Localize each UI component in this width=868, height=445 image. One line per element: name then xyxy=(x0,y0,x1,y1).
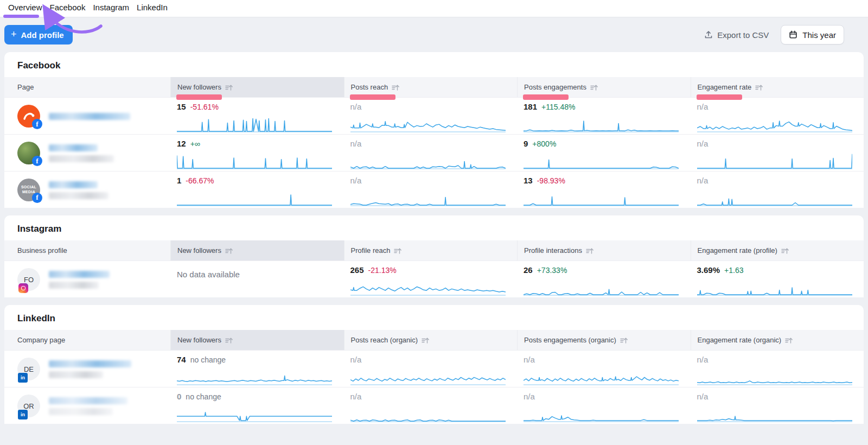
sparkline-chart xyxy=(524,277,679,296)
column-header-engagement-rate-profile-[interactable]: Engagement rate (profile) xyxy=(691,240,864,260)
export-csv-button[interactable]: Export to CSV xyxy=(704,30,769,40)
metric-value-line: n/a xyxy=(697,355,856,366)
metric-cell: 3.69%+1.63 xyxy=(691,261,864,298)
facebook-badge-icon: f xyxy=(32,193,42,203)
metric-value-line: n/a xyxy=(697,139,856,150)
column-header-profile-interactions[interactable]: Profile interactions xyxy=(517,240,691,260)
table-row: f15-51.61%n/a181+115.48%n/a xyxy=(4,97,864,134)
annotation-highlight-bar xyxy=(697,94,742,100)
column-header-engagement-rate[interactable]: Engagement rate xyxy=(691,77,864,97)
column-header-label: New followers xyxy=(177,336,221,344)
linkedin-badge-icon: in xyxy=(18,410,28,419)
metric-cell: 181+115.48% xyxy=(517,98,691,135)
column-header-label: Profile interactions xyxy=(524,246,582,255)
sort-icon xyxy=(586,247,593,255)
column-header-entity: Business profile xyxy=(4,240,170,260)
metric-value-line: n/a xyxy=(350,139,509,150)
section-instagram: InstagramBusiness profileNew followersPr… xyxy=(4,215,864,297)
profile-cell[interactable]: FO xyxy=(4,261,170,298)
metric-change: -51.61% xyxy=(190,103,219,111)
tab-instagram[interactable]: Instagram xyxy=(89,0,133,17)
sparkline-chart xyxy=(350,367,506,385)
column-header-new-followers[interactable]: New followers xyxy=(170,240,344,260)
column-header-engagement-rate-organic-[interactable]: Engagement rate (organic) xyxy=(691,330,864,350)
section-title-linkedin: LinkedIn xyxy=(4,305,864,330)
section-facebook: FacebookPageNew followersPosts reachPost… xyxy=(4,52,864,208)
metric-cell: n/a xyxy=(691,135,864,171)
metric-cell: n/a xyxy=(344,351,518,387)
metric-change: no change xyxy=(186,392,221,401)
avatar-text: FO xyxy=(24,276,34,284)
metric-value: 12 xyxy=(177,139,186,148)
profile-cell[interactable]: f xyxy=(4,135,170,171)
metric-value: 26 xyxy=(524,265,533,275)
tab-linkedin[interactable]: LinkedIn xyxy=(133,0,171,17)
sparkline-chart xyxy=(350,404,506,422)
profile-name-redacted xyxy=(49,397,127,415)
sparkline-chart xyxy=(524,151,679,169)
table-header-facebook: PageNew followersPosts reachPosts engage… xyxy=(4,77,864,97)
metric-cell: 265-21.13% xyxy=(344,261,518,298)
facebook-badge-icon: f xyxy=(32,119,42,129)
sparkline-chart xyxy=(350,151,506,169)
column-header-label: Posts engagements xyxy=(524,83,586,91)
metric-value-line: 12+∞ xyxy=(177,139,335,150)
name-blur-line xyxy=(49,155,114,162)
name-blur-line xyxy=(49,113,130,120)
metric-change: +115.48% xyxy=(541,103,575,111)
column-header-posts-engagements[interactable]: Posts engagements xyxy=(517,77,691,97)
name-blur-line xyxy=(49,371,103,378)
column-header-label: New followers xyxy=(177,246,221,255)
metric-value-line: n/a xyxy=(697,392,856,403)
table-row: SOCIALMEDIAf1-66.67%n/a13-98.93%n/a xyxy=(4,171,864,208)
metric-value: 13 xyxy=(524,176,533,185)
period-selector-button[interactable]: This year xyxy=(781,25,844,44)
metric-change: +800% xyxy=(532,139,556,148)
metric-cell: 15-51.61% xyxy=(170,98,344,135)
profile-cell[interactable]: ORin xyxy=(4,387,170,424)
column-header-new-followers[interactable]: New followers xyxy=(170,77,344,97)
name-blur-line xyxy=(49,397,127,404)
metric-value-line: 74no change xyxy=(177,355,335,366)
column-header-posts-reach[interactable]: Posts reach xyxy=(344,77,518,97)
profile-cell[interactable]: SOCIALMEDIAf xyxy=(4,171,170,208)
sparkline-chart xyxy=(697,367,852,385)
metric-cell: n/a xyxy=(691,98,864,135)
avatar-text: OR xyxy=(23,402,34,410)
metric-value-na: n/a xyxy=(697,392,709,401)
metric-cell: n/a xyxy=(691,171,864,208)
metric-cell: 0no change xyxy=(170,387,344,424)
sort-icon xyxy=(755,84,763,91)
column-header-label: Engagement rate (profile) xyxy=(698,246,777,255)
metric-value: 0 xyxy=(177,392,181,401)
sparkline-chart xyxy=(697,404,852,422)
metric-value: 181 xyxy=(524,102,537,111)
metric-value-na: n/a xyxy=(697,139,709,148)
metric-cell: n/a xyxy=(517,351,691,387)
metric-cell: 1-66.67% xyxy=(170,171,344,208)
sparkline-chart xyxy=(524,404,679,422)
profile-avatar: FO xyxy=(17,268,40,291)
sparkline-chart xyxy=(524,188,679,206)
column-header-posts-reach-organic-[interactable]: Posts reach (organic) xyxy=(344,330,518,350)
avatar-text: SOCIAL xyxy=(21,185,36,190)
section-title-instagram: Instagram xyxy=(4,215,864,240)
tab-facebook[interactable]: Facebook xyxy=(46,0,90,17)
column-header-posts-engagements-organic-[interactable]: Posts engagements (organic) xyxy=(517,330,691,350)
add-profile-button[interactable]: + Add profile xyxy=(4,25,73,44)
profile-cell[interactable]: f xyxy=(4,98,170,135)
table-row: DEin74no changen/an/an/a xyxy=(4,350,864,387)
calendar-icon xyxy=(789,30,797,39)
annotation-highlight-bar xyxy=(176,94,222,100)
sparkline-chart xyxy=(177,367,332,385)
instagram-lens xyxy=(21,286,25,290)
column-header-profile-reach[interactable]: Profile reach xyxy=(344,240,518,260)
metric-value-line: n/a xyxy=(697,176,856,187)
column-header-new-followers[interactable]: New followers xyxy=(170,330,344,350)
metric-value-na: n/a xyxy=(350,392,362,401)
export-csv-label: Export to CSV xyxy=(717,30,769,40)
add-profile-label: Add profile xyxy=(21,30,64,40)
metric-value-line: n/a xyxy=(697,102,856,113)
profile-cell[interactable]: DEin xyxy=(4,351,170,387)
metric-value-line: 15-51.61% xyxy=(177,102,335,113)
